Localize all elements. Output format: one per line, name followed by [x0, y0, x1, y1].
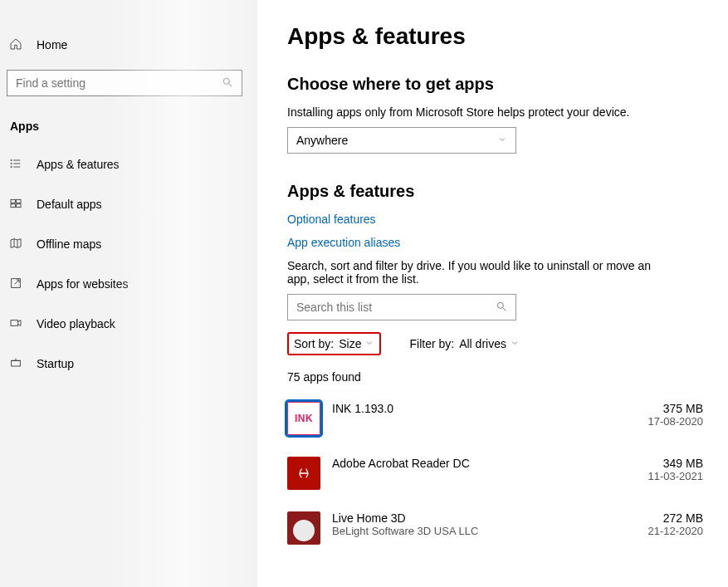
- apps-search-input[interactable]: [296, 301, 496, 314]
- sidebar-item-label: Default apps: [37, 198, 102, 211]
- apps-list-section: Apps & features Optional features App ex…: [287, 182, 703, 560]
- defaults-icon: [8, 197, 23, 213]
- choose-heading: Choose where to get apps: [287, 75, 703, 94]
- apps-result-count: 75 apps found: [287, 370, 703, 384]
- app-size: 349 MB: [648, 457, 704, 470]
- svg-rect-8: [11, 199, 15, 203]
- app-execution-aliases-link[interactable]: App execution aliases: [287, 236, 703, 249]
- sidebar-item-video-playback[interactable]: Video playback: [0, 304, 257, 344]
- svg-point-0: [223, 78, 229, 84]
- sidebar-item-apps-websites[interactable]: Apps for websites: [0, 264, 257, 304]
- apps-heading: Apps & features: [287, 182, 703, 201]
- search-icon: [496, 301, 507, 315]
- app-row[interactable]: Live Home 3D BeLight Software 3D USA LLC…: [287, 505, 703, 560]
- svg-rect-16: [12, 360, 21, 366]
- app-row[interactable]: Adobe Acrobat Reader DC 349 MB 11-03-202…: [287, 450, 703, 505]
- app-row[interactable]: INK INK 1.193.0 375 MB 17-08-2020: [287, 395, 703, 450]
- svg-point-5: [11, 159, 12, 160]
- sort-value: Size: [339, 337, 361, 350]
- chevron-down-icon: [510, 337, 520, 350]
- optional-features-link[interactable]: Optional features: [287, 213, 703, 226]
- app-icon-ink: INK: [287, 402, 320, 435]
- choose-apps-section: Choose where to get apps Installing apps…: [287, 75, 703, 154]
- video-icon: [8, 316, 23, 332]
- svg-point-6: [11, 163, 12, 164]
- svg-point-7: [11, 166, 12, 167]
- list-icon: [8, 157, 23, 173]
- svg-rect-15: [11, 320, 18, 325]
- filter-by-control[interactable]: Filter by: All drives: [404, 334, 524, 354]
- svg-point-19: [497, 302, 503, 308]
- svg-rect-11: [17, 203, 21, 207]
- svg-line-20: [503, 307, 506, 311]
- chevron-down-icon: [364, 337, 374, 350]
- home-icon: [8, 37, 23, 53]
- sidebar-item-default-apps[interactable]: Default apps: [0, 184, 257, 224]
- filter-row: Sort by: Size Filter by: All drives: [287, 332, 703, 355]
- sidebar-item-label: Apps & features: [37, 158, 120, 171]
- sidebar-home[interactable]: Home: [0, 25, 257, 65]
- sidebar-item-label: Startup: [37, 357, 74, 370]
- app-publisher: BeLight Software 3D USA LLC: [332, 525, 478, 537]
- app-name: Live Home 3D: [332, 511, 478, 525]
- app-date: 21-12-2020: [648, 525, 704, 537]
- page-title: Apps & features: [287, 23, 703, 50]
- sidebar-search-input[interactable]: [16, 76, 222, 90]
- startup-icon: [8, 356, 23, 372]
- filter-value: All drives: [459, 337, 506, 350]
- sidebar-search[interactable]: [7, 70, 242, 96]
- svg-line-1: [229, 83, 232, 86]
- app-size: 272 MB: [648, 511, 704, 525]
- dropdown-value: Anywhere: [296, 134, 348, 147]
- sidebar-item-label: Video playback: [37, 317, 115, 330]
- svg-rect-9: [17, 199, 21, 203]
- sidebar-item-startup[interactable]: Startup: [0, 344, 257, 384]
- search-icon: [222, 76, 233, 90]
- app-icon-acrobat: [287, 457, 320, 490]
- apps-search[interactable]: [287, 294, 516, 320]
- sidebar-item-label: Apps for websites: [37, 277, 129, 291]
- map-icon: [8, 237, 23, 252]
- filter-label: Filter by:: [409, 337, 454, 350]
- settings-sidebar: Home Apps Apps & features Default apps O…: [0, 0, 257, 587]
- app-name: INK 1.193.0: [332, 402, 393, 415]
- app-source-dropdown[interactable]: Anywhere: [287, 127, 516, 154]
- launch-icon: [8, 276, 23, 292]
- chevron-down-icon: [497, 134, 507, 147]
- sidebar-section-heading: Apps: [0, 105, 257, 144]
- sidebar-home-label: Home: [37, 38, 67, 51]
- sort-label: Sort by:: [294, 337, 334, 350]
- sidebar-item-label: Offline maps: [37, 237, 101, 251]
- app-icon-livehome: [287, 511, 320, 545]
- app-date: 11-03-2021: [648, 470, 704, 482]
- main-content: Apps & features Choose where to get apps…: [257, 0, 728, 587]
- app-size: 375 MB: [648, 402, 704, 415]
- sidebar-item-offline-maps[interactable]: Offline maps: [0, 224, 257, 264]
- app-date: 17-08-2020: [648, 415, 704, 428]
- apps-description: Search, sort and filter by drive. If you…: [287, 259, 652, 286]
- sort-by-control[interactable]: Sort by: Size: [287, 332, 381, 355]
- sidebar-item-apps-features[interactable]: Apps & features: [0, 144, 257, 184]
- app-name: Adobe Acrobat Reader DC: [332, 457, 470, 470]
- choose-description: Installing apps only from Microsoft Stor…: [287, 105, 703, 119]
- svg-rect-10: [11, 203, 15, 207]
